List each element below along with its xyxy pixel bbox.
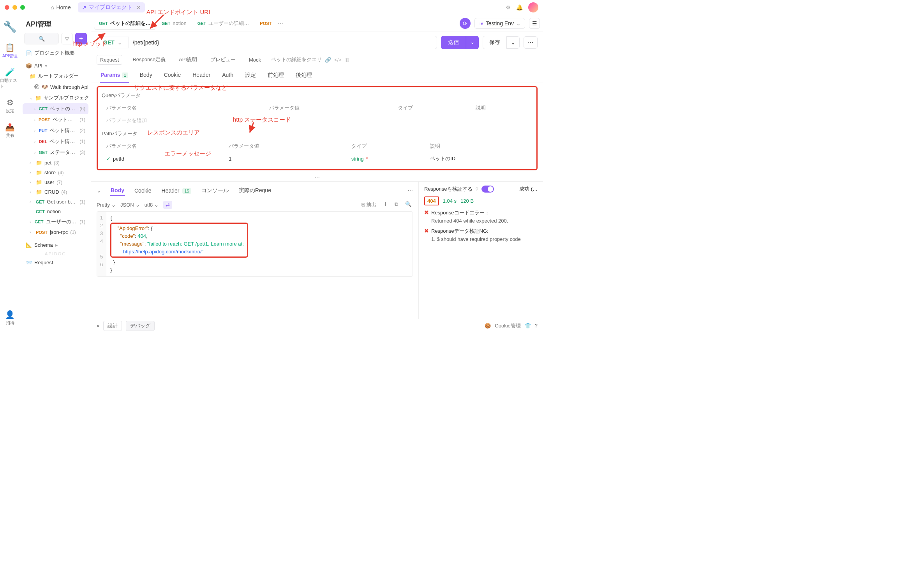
- ptab-header[interactable]: Header: [192, 69, 211, 83]
- api-jsonrpc[interactable]: ›POSTjson-rpc(1): [23, 227, 88, 237]
- add-button[interactable]: +: [75, 33, 87, 44]
- param-desc: ペットのID: [426, 153, 532, 164]
- run-button[interactable]: ⟳: [460, 18, 471, 29]
- collapse-handle[interactable]: ⋯: [91, 173, 543, 181]
- copy-icon[interactable]: ⧉: [393, 200, 400, 210]
- collapse-footer-icon[interactable]: «: [97, 323, 99, 329]
- resp-tab-console[interactable]: コンソール: [201, 186, 229, 196]
- api-section[interactable]: 📦 API ▾: [23, 61, 88, 71]
- type-selector[interactable]: JSON ⌄: [120, 202, 140, 208]
- save-button[interactable]: 保存: [483, 36, 507, 49]
- more-actions[interactable]: ⋯: [524, 36, 538, 49]
- bell-icon[interactable]: 🔔: [516, 4, 523, 11]
- walkthrough-item[interactable]: Ⓜ🐶 Walk through Apidog: [23, 81, 88, 92]
- download-icon[interactable]: ⬇: [382, 200, 389, 210]
- request-label: Request: [34, 260, 53, 265]
- api-pet-update[interactable]: ›PUT ペット情報を更新す… (2): [23, 125, 88, 136]
- extract-button[interactable]: ⎘ 抽出: [360, 200, 378, 210]
- api-pet-create[interactable]: ›POST ペット情報を作成す… (1): [23, 114, 88, 125]
- maximize-window[interactable]: [20, 5, 25, 10]
- footer-debug[interactable]: デバッグ: [126, 321, 155, 331]
- validate-label: Responseを検証する: [424, 186, 473, 193]
- request-section[interactable]: 📨Request: [23, 258, 88, 267]
- folder-pet[interactable]: ›📁pet(3): [23, 158, 88, 168]
- validate-toggle[interactable]: [481, 186, 494, 193]
- folder-store[interactable]: ›📁store(4): [23, 168, 88, 177]
- project-tab[interactable]: ↗ マイプロジェクト ✕: [78, 2, 145, 12]
- rail-autotest[interactable]: 🧪 自動テスト: [0, 67, 20, 89]
- subtab-respdef[interactable]: Response定義: [129, 55, 169, 65]
- folder-crud[interactable]: ›📁CRUD(4): [23, 187, 88, 197]
- search-input[interactable]: 🔍: [24, 33, 59, 44]
- save-dropdown[interactable]: ⌄: [507, 36, 520, 49]
- env-selector[interactable]: Te Testing Env ⌄: [474, 18, 525, 29]
- api-pet-status[interactable]: ›GET ステータスに基づい… (3): [23, 147, 88, 158]
- home-button[interactable]: ⌂ Home: [47, 3, 75, 12]
- param-value[interactable]: 1: [225, 153, 346, 164]
- root-folder[interactable]: 📁 ルートフォルダー: [23, 71, 88, 81]
- close-window[interactable]: [5, 5, 9, 10]
- send-dropdown[interactable]: ⌄: [466, 36, 479, 49]
- folder-user[interactable]: ›📁user(7): [23, 177, 88, 187]
- schema-section[interactable]: 📐Schema▸: [23, 240, 88, 250]
- user-avatar[interactable]: [528, 2, 538, 12]
- shirt-icon[interactable]: 👕: [525, 323, 531, 329]
- api-notion[interactable]: ›GETnotion: [23, 207, 88, 216]
- api-tab-0[interactable]: GETペットの詳細を…: [94, 17, 155, 30]
- rail-settings[interactable]: ⚙ 設定: [6, 98, 14, 114]
- delete-icon[interactable]: 🗑: [345, 57, 350, 63]
- ptab-pre[interactable]: 前処理: [267, 69, 285, 83]
- resp-tab-header[interactable]: Header 15: [161, 186, 192, 195]
- menu-button[interactable]: ☰: [529, 18, 540, 29]
- ptab-auth[interactable]: Auth: [221, 69, 234, 83]
- wrap-icon[interactable]: ⇄: [163, 201, 172, 209]
- project-overview[interactable]: 📄 プロジェクト概要: [23, 48, 88, 58]
- footer-design[interactable]: 設計: [103, 321, 122, 331]
- code-icon[interactable]: </>: [334, 57, 342, 63]
- subtab-request[interactable]: Request: [97, 55, 122, 65]
- rail-invite[interactable]: 👤 招待: [5, 310, 15, 326]
- cookie-mgmt[interactable]: Cookie管理: [495, 322, 520, 329]
- path-param-row[interactable]: ✓petId 1 string* ペットのID: [102, 153, 532, 164]
- ptab-post[interactable]: 後処理: [295, 69, 313, 83]
- sample-project[interactable]: ⌄ 📁 サンプルプロジェクト (5): [23, 92, 88, 103]
- ptab-body[interactable]: Body: [139, 69, 153, 83]
- api-tab-3[interactable]: POST: [255, 18, 276, 29]
- json-url[interactable]: https://help.apidog.com/mock/intro/: [123, 249, 202, 255]
- url-input[interactable]: /pet/{petId}: [129, 36, 437, 49]
- resp-tab-body[interactable]: Body: [110, 186, 125, 196]
- help-footer-icon[interactable]: ?: [535, 323, 538, 329]
- api-tab-1[interactable]: GETnotion: [157, 17, 191, 29]
- send-button[interactable]: 送信: [441, 36, 466, 49]
- rail-api[interactable]: 📋 API管理: [2, 43, 18, 59]
- add-param-row[interactable]: パラメータを追加: [102, 115, 265, 126]
- subtab-apidesc[interactable]: API説明: [176, 55, 200, 65]
- resp-tab-cookie[interactable]: Cookie: [134, 186, 152, 195]
- params-count-badge: 1: [122, 73, 128, 78]
- ptab-cookie[interactable]: Cookie: [163, 69, 182, 83]
- search-resp-icon[interactable]: 🔍: [404, 200, 413, 210]
- resp-tab-actual[interactable]: 実際のReque: [238, 186, 272, 196]
- close-tab-icon[interactable]: ✕: [136, 4, 141, 11]
- minimize-window[interactable]: [12, 5, 17, 10]
- api-getuser[interactable]: ›GETGet user by id(1): [23, 197, 88, 207]
- subtab-preview[interactable]: プレビュー: [207, 55, 239, 65]
- api-tab-2[interactable]: GETユーザーの詳細…: [193, 17, 254, 30]
- more-icon[interactable]: ⋯: [407, 187, 413, 194]
- method-selector[interactable]: GET ⌄: [97, 37, 129, 48]
- ptab-params[interactable]: Params1: [100, 69, 129, 83]
- settings-icon[interactable]: ⚙: [506, 4, 511, 11]
- ptab-settings[interactable]: 設定: [244, 69, 257, 83]
- subtab-mock[interactable]: Mock: [246, 55, 264, 64]
- api-pet-detail[interactable]: › GET ペットの詳細をクエ… (6): [23, 103, 88, 114]
- help-icon[interactable]: ?: [476, 186, 478, 192]
- encoding-selector[interactable]: utf8 ⌄: [145, 202, 159, 208]
- collapse-icon[interactable]: ⌄: [97, 187, 101, 194]
- api-userdetail[interactable]: ›GETユーザーの詳細情報(1): [23, 216, 88, 227]
- filter-button[interactable]: ▽: [61, 33, 73, 44]
- link-icon[interactable]: 🔗: [325, 57, 331, 63]
- format-selector[interactable]: Pretty ⌄: [97, 202, 116, 208]
- more-tabs-icon[interactable]: ⋯: [278, 20, 283, 27]
- rail-share[interactable]: 📤 共有: [5, 122, 15, 138]
- api-pet-delete[interactable]: ›DEL ペット情報を削除す… (1): [23, 136, 88, 147]
